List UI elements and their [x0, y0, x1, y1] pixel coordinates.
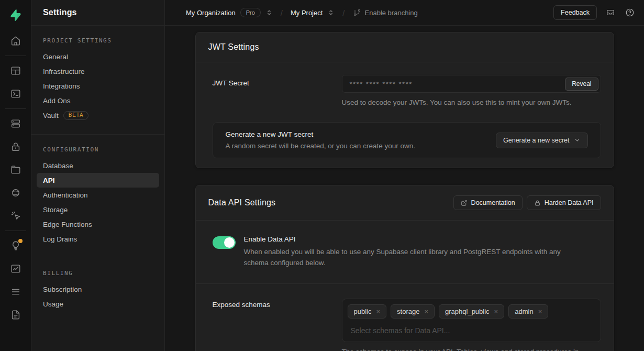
breadcrumb-separator: / [281, 8, 283, 17]
jwt-card-header: JWT Settings [196, 32, 614, 62]
schema-tag-label: graphql_public [445, 308, 490, 315]
sidebar-item-add-ons[interactable]: Add Ons [37, 93, 159, 108]
enable-data-api-label: Enable Data API [244, 235, 579, 243]
jwt-secret-label: JWT Secret [213, 75, 342, 106]
breadcrumb-separator: / [342, 8, 345, 17]
sidebar-item-edge-functions[interactable]: Edge Functions [37, 217, 159, 232]
logs-icon[interactable] [5, 281, 26, 302]
sidebar-item-usage[interactable]: Usage [37, 297, 159, 311]
feedback-button[interactable]: Feedback [553, 5, 597, 20]
sidebar-item-vault[interactable]: Vault BETA [37, 108, 159, 123]
topbar: My Organization Pro / My Project / Enabl… [165, 0, 644, 26]
nav-divider [31, 258, 164, 258]
generate-secret-button[interactable]: Generate a new secret [496, 133, 587, 148]
close-icon[interactable]: × [494, 308, 498, 315]
sidebar-header: Settings [31, 0, 164, 26]
schema-tags: public × storage × graphql_public × [348, 304, 595, 319]
close-icon[interactable]: × [538, 308, 542, 315]
enable-data-api-section: Enable Data API When enabled you will be… [196, 221, 614, 283]
breadcrumb: My Organization Pro / My Project / Enabl… [186, 8, 418, 17]
schema-tag-graphql-public: graphql_public × [439, 304, 504, 319]
jwt-secret-help: Used to decode your JWTs. You can also u… [342, 98, 601, 106]
settings-content: JWT Settings JWT Secret **** **** **** *… [165, 26, 644, 351]
schema-tag-admin: admin × [508, 304, 548, 319]
reveal-button[interactable]: Reveal [565, 78, 598, 91]
advisors-icon[interactable] [5, 235, 26, 256]
plan-badge: Pro [240, 8, 261, 17]
generate-secret-button-label: Generate a new secret [503, 137, 569, 144]
schemas-help: The schemas to expose in your API. Table… [342, 348, 601, 351]
close-icon[interactable]: × [424, 308, 428, 315]
page-title: Settings [43, 8, 77, 17]
rail-divider [5, 231, 26, 231]
jwt-secret-row: JWT Secret **** **** **** **** Reveal Us… [196, 62, 614, 112]
sidebar-item-storage[interactable]: Storage [37, 202, 159, 217]
documentation-button[interactable]: Documentation [453, 195, 523, 210]
schemas-multiselect[interactable]: public × storage × graphql_public × [342, 299, 601, 342]
sidebar-item-log-drains[interactable]: Log Drains [37, 232, 159, 246]
beta-badge: BETA [63, 111, 89, 120]
schema-tag-public: public × [348, 304, 387, 319]
harden-data-api-button[interactable]: Harden Data API [527, 195, 601, 210]
exposed-schemas-label: Exposed schemas [213, 299, 342, 351]
sidebar-item-authentication[interactable]: Authentication [37, 188, 159, 202]
chevron-down-icon [574, 137, 581, 144]
sidebar-item-api[interactable]: API [37, 173, 159, 188]
table-editor-icon[interactable] [5, 60, 26, 81]
data-api-settings-card: Data API Settings Documentation [195, 185, 614, 351]
exposed-schemas-section: Exposed schemas public × storage × [196, 283, 614, 351]
nav-section-heading: PROJECT SETTINGS [31, 33, 164, 49]
nav-section-heading: CONFIGURATION [31, 142, 164, 158]
reports-icon[interactable] [5, 258, 26, 279]
schema-tag-label: storage [397, 308, 419, 315]
database-icon[interactable] [5, 113, 26, 134]
home-icon[interactable] [5, 30, 26, 51]
main-area: My Organization Pro / My Project / Enabl… [165, 0, 644, 351]
settings-sidebar: Settings PROJECT SETTINGS General Infras… [31, 0, 165, 351]
icon-rail [0, 0, 31, 351]
sidebar-item-subscription[interactable]: Subscription [37, 282, 159, 297]
enable-data-api-toggle[interactable] [213, 236, 236, 249]
enable-branching-button[interactable]: Enable branching [353, 8, 418, 17]
project-selector-icon[interactable] [327, 9, 335, 16]
enable-data-api-description: When enabled you will be able to use any… [244, 247, 579, 269]
storage-icon[interactable] [5, 159, 26, 180]
realtime-icon[interactable] [5, 205, 26, 226]
documentation-button-label: Documentation [471, 199, 515, 207]
git-branch-icon [353, 8, 361, 17]
nav-divider [31, 134, 164, 135]
inbox-icon[interactable] [605, 7, 616, 18]
api-docs-icon[interactable] [5, 304, 26, 325]
topbar-actions: Feedback [553, 5, 636, 20]
enable-branching-label: Enable branching [365, 9, 418, 17]
jwt-secret-input[interactable]: **** **** **** **** Reveal [342, 75, 601, 93]
schema-tag-label: public [354, 308, 372, 315]
auth-icon[interactable] [5, 136, 26, 157]
supabase-logo[interactable] [5, 6, 26, 25]
external-link-icon [461, 200, 468, 206]
settings-nav: PROJECT SETTINGS General Infrastructure … [31, 26, 164, 311]
sql-editor-icon[interactable] [5, 83, 26, 104]
generate-secret-title: Generate a new JWT secret [226, 130, 415, 138]
schemas-input-placeholder[interactable]: Select schemas for Data API... [348, 319, 595, 342]
project-breadcrumb[interactable]: My Project [291, 9, 323, 17]
close-icon[interactable]: × [376, 308, 380, 315]
org-selector-icon[interactable] [265, 9, 273, 16]
schema-tag-storage: storage × [391, 304, 435, 319]
generate-secret-panel: Generate a new JWT secret A random secre… [213, 122, 601, 158]
notification-dot [18, 239, 23, 243]
edge-functions-icon[interactable] [5, 182, 26, 203]
rail-divider [5, 56, 26, 56]
sidebar-item-integrations[interactable]: Integrations [37, 79, 159, 93]
sidebar-item-database[interactable]: Database [37, 158, 159, 173]
harden-button-label: Harden Data API [545, 199, 594, 207]
rail-divider [5, 108, 26, 109]
jwt-settings-card: JWT Settings JWT Secret **** **** **** *… [195, 32, 614, 168]
data-api-card-header: Data API Settings Documentation [196, 185, 614, 221]
sidebar-item-infrastructure[interactable]: Infrastructure [37, 64, 159, 79]
lock-icon [534, 200, 541, 206]
sidebar-item-general[interactable]: General [37, 49, 159, 64]
help-icon[interactable] [624, 7, 636, 18]
org-breadcrumb[interactable]: My Organization [186, 9, 236, 17]
nav-section-heading: BILLING [31, 266, 164, 282]
